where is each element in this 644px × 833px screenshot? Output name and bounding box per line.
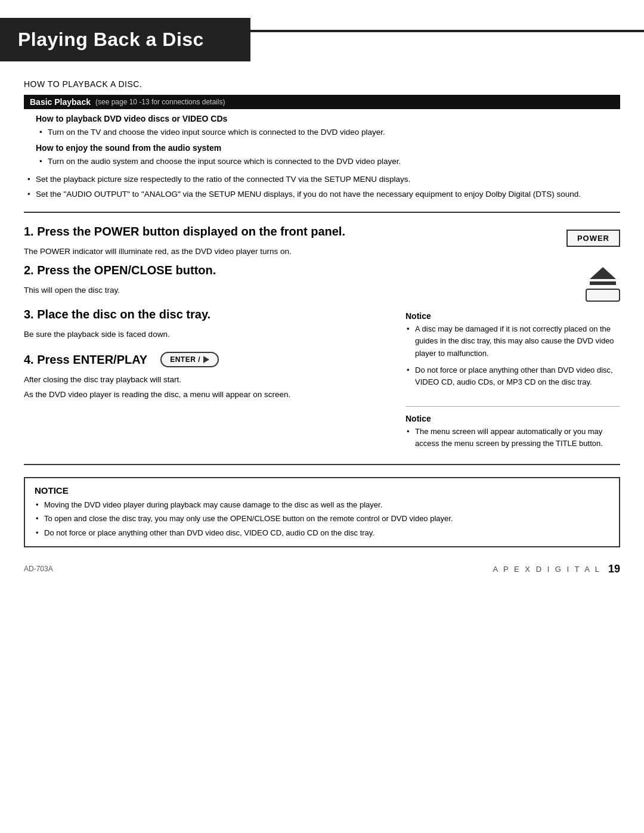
footer-right-group: A P E X D I G I T A L 19 (493, 563, 620, 575)
basic-playback-title: Basic Playback (30, 97, 91, 107)
divider-1 (24, 212, 620, 213)
step-4-text: Press ENTER/PLAY (37, 353, 147, 366)
footer: AD-703A A P E X D I G I T A L 19 (0, 557, 644, 581)
bottom-notice: NOTICE Moving the DVD video player durin… (24, 477, 620, 547)
bottom-notice-bullet-2: To open and close the disc tray, you may… (44, 513, 609, 525)
subsection-audio: How to enjoy the sound from the audio sy… (36, 143, 620, 168)
eject-icon (586, 267, 620, 302)
divider-notice (405, 406, 620, 407)
step-1-number: 1. (24, 225, 34, 238)
section-how-to: HOW TO PLAYBACK A DISC. (24, 79, 620, 89)
notice-2-title: Notice (405, 414, 620, 423)
eject-tray (586, 289, 620, 302)
subsection-audio-bullet: Turn on the audio system and choose the … (48, 156, 620, 168)
page-title: Playing Back a Disc (18, 29, 233, 51)
step-4-title: 4. Press ENTER/PLAY (24, 352, 147, 367)
enter-play-button: ENTER / (160, 352, 219, 367)
step-1-text: Press the POWER button displayed on the … (37, 225, 345, 238)
col-left: 3. Place the disc on the disc tray. Be s… (24, 306, 394, 450)
subsection-audio-title: How to enjoy the sound from the audio sy… (36, 143, 620, 153)
step-1-row: 1. Press the POWER button displayed on t… (24, 224, 620, 258)
subsection-dvd: How to playback DVD video discs or VIDEO… (36, 114, 620, 138)
basic-playback-sub: (see page 10 -13 for connections details… (95, 98, 225, 106)
step-3-number: 3. (24, 308, 34, 321)
page: Playing Back a Disc HOW TO PLAYBACK A DI… (0, 0, 644, 833)
eject-triangle (590, 267, 616, 279)
bottom-notice-bullet-1: Moving the DVD video player during playb… (44, 499, 609, 511)
step-2-text: Press the OPEN/CLOSE button. (37, 264, 216, 277)
enter-play-label: ENTER / (170, 355, 200, 364)
power-button-icon: POWER (566, 230, 620, 247)
extra-bullet-2: Set the "AUDIO OUTPUT" to "ANALOG" via t… (36, 188, 620, 201)
footer-brand: A P E X D I G I T A L (493, 565, 601, 574)
step-2-left: 2. Press the OPEN/CLOSE button. This wil… (24, 262, 501, 297)
step-2-title: 2. Press the OPEN/CLOSE button. (24, 262, 483, 278)
step-4-number: 4. (24, 353, 34, 366)
step-1-desc: The POWER indicator will illuminate red,… (24, 245, 483, 258)
notice-1-box: Notice A disc may be damaged if it is no… (405, 311, 620, 388)
title-banner: Playing Back a Disc (0, 18, 250, 61)
step-2-right (501, 262, 620, 302)
step-1-title: 1. Press the POWER button displayed on t… (24, 224, 483, 239)
notice-1-bullet-1: A disc may be damaged if it is not corre… (415, 323, 620, 359)
extra-bullet-1: Set the playback picture size respectedl… (36, 173, 620, 186)
eject-bar (590, 281, 616, 285)
col-right: Notice A disc may be damaged if it is no… (405, 306, 620, 450)
step-3-desc: Be sure the playback side is faced down. (24, 328, 394, 341)
bottom-notice-title: NOTICE (35, 485, 609, 496)
content-area: HOW TO PLAYBACK A DISC. Basic Playback (… (0, 79, 644, 547)
title-banner-wrapper: Playing Back a Disc (0, 0, 644, 61)
extra-bullets: Set the playback picture size respectedl… (24, 173, 620, 201)
steps-3-4-section: 3. Place the disc on the disc tray. Be s… (24, 306, 620, 450)
subsection-dvd-bullet: Turn on the TV and choose the video inpu… (48, 126, 620, 138)
step-2-number: 2. (24, 264, 34, 277)
notice-1-bullet-2: Do not force or place anything other tha… (415, 364, 620, 388)
step-1-right: POWER (501, 224, 620, 247)
step-2-row: 2. Press the OPEN/CLOSE button. This wil… (24, 262, 620, 302)
step-1-left: 1. Press the POWER button displayed on t… (24, 224, 501, 258)
step-3-block: 3. Place the disc on the disc tray. Be s… (24, 306, 394, 341)
step-4-block: 4. Press ENTER/PLAY ENTER / After closin… (24, 352, 394, 401)
step-2-desc: This will open the disc tray. (24, 284, 483, 297)
footer-page-number: 19 (608, 563, 620, 575)
subsection-dvd-title: How to playback DVD video discs or VIDEO… (36, 114, 620, 123)
step-3-title: 3. Place the disc on the disc tray. (24, 306, 394, 322)
step-4-desc1: After closing the disc tray playback wil… (24, 373, 394, 386)
bottom-notice-bullet-3: Do not force or place anything other tha… (44, 527, 609, 539)
play-arrow-icon (203, 356, 209, 363)
notice-2-box: Notice The menu screen will appear autom… (405, 414, 620, 450)
divider-2 (24, 464, 620, 465)
banner-line (250, 30, 644, 32)
basic-playback-header: Basic Playback (see page 10 -13 for conn… (24, 95, 620, 109)
footer-model: AD-703A (24, 565, 53, 573)
notice-2-bullet-1: The menu screen will appear automaticall… (415, 426, 620, 450)
how-to-header: HOW TO PLAYBACK A DISC. (24, 79, 620, 89)
notice-1-title: Notice (405, 311, 620, 321)
step-4-title-area: 4. Press ENTER/PLAY ENTER / (24, 352, 394, 367)
step-4-desc2: As the DVD video player is reading the d… (24, 388, 394, 401)
step-3-text: Place the disc on the disc tray. (37, 308, 210, 321)
